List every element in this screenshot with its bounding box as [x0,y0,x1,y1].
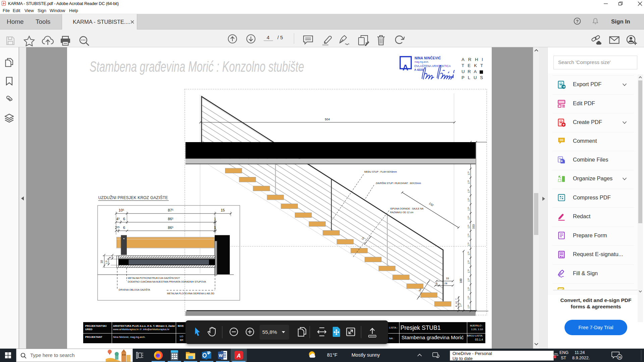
svg-text:17⁵: 17⁵ [467,171,470,175]
svg-text:4⁵: 4⁵ [116,217,120,221]
svg-text:RAZMAKU OD 12 cm: RAZMAKU OD 12 cm [390,211,414,214]
svg-text:1: 1 [214,217,216,221]
svg-text:2²⁵: 2²⁵ [115,226,120,230]
svg-text:DRVENA OBLOGA GAZIŠTA: DRVENA OBLOGA GAZIŠTA [119,288,150,291]
svg-text:333: 333 [472,224,475,229]
svg-text:A: A [236,353,241,359]
svg-text:504: 504 [325,118,330,121]
svg-text:DODATNO OJAČANA NA MJESTIMA PR: DODATNO OJAČANA NA MJESTIMA PRIHVATA OGR… [128,280,206,283]
svg-text:17⁵: 17⁵ [467,278,470,282]
svg-text:17⁵: 17⁵ [467,269,470,273]
svg-text:1: 1 [214,226,216,230]
svg-text:10⁵: 10⁵ [119,208,124,212]
svg-text:ZAVRŠNI STUP I RUKOHVAT : 60X2: ZAVRŠNI STUP I RUKOHVAT : 60X20mm [376,182,421,185]
svg-text:8: 8 [455,305,458,307]
svg-text:12: 12 [361,237,365,241]
svg-text:17⁵: 17⁵ [467,305,470,309]
svg-text:17⁵: 17⁵ [460,303,462,307]
svg-text:3: 3 [109,257,112,258]
svg-text:5: 5 [436,282,438,285]
svg-text:17⁵: 17⁵ [467,180,470,184]
svg-text:10: 10 [455,301,458,304]
svg-text:ISPUNA OGRADE : SAJLE NA: ISPUNA OGRADE : SAJLE NA [390,207,424,210]
svg-text:17⁵: 17⁵ [467,234,470,238]
svg-text:17⁵: 17⁵ [467,207,470,211]
svg-text:W: W [219,353,223,358]
svg-text:17⁵: 17⁵ [467,251,470,255]
svg-text:METALNA POTKONSTRUKCIJA GAZIŠT: METALNA POTKONSTRUKCIJA GAZIŠTA 5X27 [128,277,180,280]
svg-text:17⁵: 17⁵ [467,287,470,291]
svg-text:86⁵: 86⁵ [168,217,174,221]
svg-text:33: 33 [446,277,449,280]
svg-text:17⁵: 17⁵ [467,216,470,220]
svg-text:15: 15 [221,208,225,212]
svg-text:?: ? [576,19,579,24]
svg-text:METALNA PLOČEVINA SIDRENA U AB: METALNA PLOČEVINA SIDRENA U AB ZID [167,292,214,295]
svg-text:6: 6 [123,226,125,230]
svg-text:87⁵: 87⁵ [168,208,174,212]
svg-text:7: 7 [455,298,458,300]
svg-text:17⁵: 17⁵ [467,225,470,229]
svg-text:36: 36 [618,355,622,359]
svg-text:17⁵: 17⁵ [467,242,470,246]
svg-text:MEĐU STUP : FLAH 60X8mm: MEĐU STUP : FLAH 60X8mm [364,170,397,173]
svg-text:UZDUŽNI PRESJEK KROZ GAZIŠTE: UZDUŽNI PRESJEK KROZ GAZIŠTE [98,195,168,200]
svg-text:132: 132 [428,201,434,207]
svg-text:100: 100 [459,279,463,283]
svg-text:86⁵: 86⁵ [168,226,174,230]
svg-text:6: 6 [123,217,125,221]
svg-text:17⁵: 17⁵ [467,260,470,264]
svg-text:17⁵: 17⁵ [467,296,470,300]
svg-text:10: 10 [100,260,103,263]
svg-text:1: 1 [554,356,556,359]
svg-text:2,5: 2,5 [105,260,108,264]
svg-text:17⁵: 17⁵ [467,189,470,193]
svg-text:17⁵: 17⁵ [467,198,470,202]
svg-text:28: 28 [444,282,447,285]
